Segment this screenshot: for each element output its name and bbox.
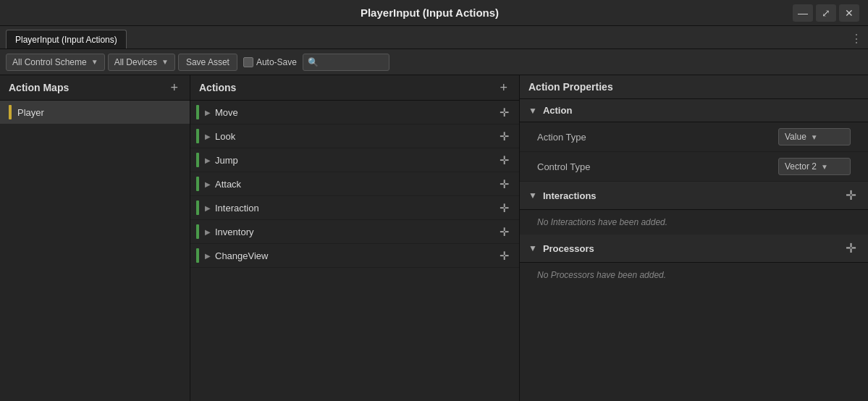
- interactions-section-title: Interactions: [543, 190, 843, 201]
- actions-title: Actions: [199, 82, 236, 93]
- interactions-empty-text: No Interactions have been added.: [520, 210, 868, 235]
- action-label-move: Move: [215, 107, 498, 118]
- action-map-color-bar: [9, 105, 12, 119]
- action-item-move[interactable]: ▶ Move ✛: [190, 101, 519, 124]
- action-maps-add-button[interactable]: +: [167, 81, 181, 94]
- control-scheme-arrow-icon: ▼: [91, 58, 98, 66]
- main-content: Action Maps + Player Actions + ▶ Move ✛ …: [0, 75, 868, 401]
- minimize-button[interactable]: —: [793, 4, 813, 22]
- tab-label: PlayerInput (Input Actions): [15, 35, 117, 45]
- processors-section-header[interactable]: ▼ Processors ✛: [520, 235, 868, 263]
- action-item-interaction[interactable]: ▶ Interaction ✛: [190, 196, 519, 220]
- processors-empty-text: No Processors have been added.: [520, 263, 868, 287]
- action-maps-header: Action Maps +: [0, 75, 190, 101]
- action-item-inventory[interactable]: ▶ Inventory ✛: [190, 220, 519, 244]
- control-type-dropdown[interactable]: Vector 2 ▼: [778, 158, 851, 175]
- action-add-binding-attack[interactable]: ✛: [498, 177, 510, 191]
- action-expand-icon: ▶: [205, 156, 211, 164]
- auto-save-label: Auto-Save: [256, 57, 297, 67]
- action-color-bar: [196, 200, 199, 215]
- action-map-item-player[interactable]: Player: [0, 101, 190, 124]
- action-label-jump: Jump: [215, 155, 498, 166]
- action-type-label: Action Type: [537, 132, 778, 143]
- title-bar: PlayerInput (Input Actions) — ⤢ ✕: [0, 0, 868, 26]
- action-add-binding-interaction[interactable]: ✛: [498, 201, 510, 215]
- title-bar-controls: — ⤢ ✕: [793, 4, 859, 22]
- action-item-attack[interactable]: ▶ Attack ✛: [190, 172, 519, 196]
- actions-add-button[interactable]: +: [497, 81, 510, 94]
- action-expand-icon: ▶: [205, 132, 211, 140]
- action-color-bar: [196, 224, 199, 239]
- action-section-arrow-icon: ▼: [528, 106, 537, 116]
- action-label-interaction: Interaction: [215, 203, 498, 214]
- action-color-bar: [196, 129, 199, 143]
- auto-save-group: Auto-Save: [243, 57, 297, 67]
- action-expand-icon: ▶: [205, 228, 211, 236]
- action-type-row: Action Type Value ▼: [520, 122, 868, 152]
- processors-section-arrow-icon: ▼: [528, 243, 537, 253]
- action-type-dropdown[interactable]: Value ▼: [778, 128, 851, 145]
- maximize-button[interactable]: ⤢: [816, 4, 836, 22]
- action-add-binding-jump[interactable]: ✛: [498, 153, 510, 167]
- interactions-add-button[interactable]: ✛: [843, 187, 859, 203]
- action-label-changeview: ChangeView: [215, 250, 498, 261]
- tab-bar: PlayerInput (Input Actions) ⋮: [0, 26, 868, 49]
- action-label-look: Look: [215, 131, 498, 142]
- action-color-bar: [196, 153, 199, 167]
- all-devices-dropdown[interactable]: All Devices ▼: [108, 54, 175, 71]
- processors-section-title: Processors: [543, 243, 843, 254]
- action-maps-panel: Action Maps + Player: [0, 75, 190, 401]
- search-input[interactable]: [321, 57, 384, 67]
- action-add-binding-move[interactable]: ✛: [498, 106, 510, 119]
- action-label-inventory: Inventory: [215, 227, 498, 237]
- all-devices-label: All Devices: [114, 57, 157, 67]
- action-expand-icon: ▶: [205, 204, 211, 212]
- interactions-section-header[interactable]: ▼ Interactions ✛: [520, 182, 868, 210]
- action-add-binding-inventory[interactable]: ✛: [498, 225, 510, 239]
- control-type-value: Vector 2: [785, 161, 817, 172]
- window-title: PlayerInput (Input Actions): [67, 7, 793, 19]
- action-maps-title: Action Maps: [9, 82, 69, 93]
- action-item-jump[interactable]: ▶ Jump ✛: [190, 148, 519, 172]
- toolbar: All Control Scheme ▼ All Devices ▼ Save …: [0, 49, 868, 75]
- action-section-title: Action: [543, 105, 859, 116]
- close-button[interactable]: ✕: [839, 4, 859, 22]
- action-properties-title: Action Properties: [528, 81, 613, 93]
- actions-panel: Actions + ▶ Move ✛ ▶ Look ✛ ▶ Jump ✛ ▶ A…: [190, 75, 520, 401]
- actions-header: Actions +: [190, 75, 519, 101]
- control-scheme-label: All Control Scheme: [12, 57, 87, 67]
- action-expand-icon: ▶: [205, 180, 211, 188]
- control-type-label: Control Type: [537, 161, 778, 172]
- action-section-header[interactable]: ▼ Action: [520, 99, 868, 122]
- interactions-section-arrow-icon: ▼: [528, 190, 537, 200]
- tab-more-icon[interactable]: ⋮: [851, 32, 862, 48]
- action-add-binding-changeview[interactable]: ✛: [498, 249, 510, 263]
- auto-save-checkbox[interactable]: [243, 57, 253, 67]
- action-type-arrow-icon: ▼: [811, 133, 818, 141]
- action-expand-icon: ▶: [205, 252, 211, 260]
- action-color-bar: [196, 177, 199, 191]
- action-properties-panel: Action Properties ▼ Action Action Type V…: [520, 75, 868, 401]
- action-add-binding-look[interactable]: ✛: [498, 130, 510, 143]
- action-item-look[interactable]: ▶ Look ✛: [190, 124, 519, 148]
- action-color-bar: [196, 248, 199, 263]
- action-map-label-player: Player: [17, 107, 44, 118]
- action-color-bar: [196, 105, 199, 119]
- processors-add-button[interactable]: ✛: [843, 240, 859, 256]
- all-devices-arrow-icon: ▼: [161, 58, 169, 66]
- control-type-arrow-icon: ▼: [821, 163, 828, 171]
- action-label-attack: Attack: [215, 179, 498, 190]
- action-properties-header: Action Properties: [520, 75, 868, 99]
- action-type-value: Value: [785, 132, 806, 142]
- tab-player-input[interactable]: PlayerInput (Input Actions): [6, 30, 127, 48]
- action-item-changeview[interactable]: ▶ ChangeView ✛: [190, 244, 519, 268]
- action-expand-icon: ▶: [205, 109, 211, 117]
- search-icon: 🔍: [308, 57, 319, 67]
- control-type-row: Control Type Vector 2 ▼: [520, 152, 868, 182]
- control-scheme-dropdown[interactable]: All Control Scheme ▼: [6, 54, 105, 71]
- search-field[interactable]: 🔍: [303, 54, 389, 71]
- save-asset-button[interactable]: Save Asset: [178, 54, 237, 71]
